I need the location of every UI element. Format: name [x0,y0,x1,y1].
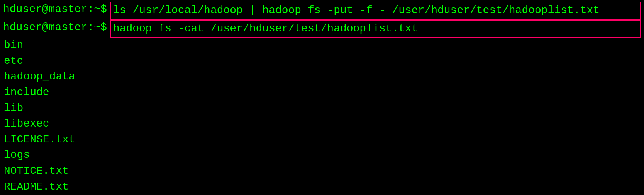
output-line: hadoop_data [3,69,641,85]
command-line-2: hduser@master:~$ hadoop fs -cat /user/hd… [3,20,641,38]
output-line: lib [3,101,641,116]
terminal-window: hduser@master:~$ ls /usr/local/hadoop | … [0,0,644,195]
output-line: include [3,85,641,101]
command-1: ls /usr/local/hadoop | hadoop fs -put -f… [110,2,641,20]
output-line: bin [3,38,641,53]
output-line: logs [3,147,641,163]
prompt-1: hduser@master:~$ [3,2,107,17]
prompt-2: hduser@master:~$ [3,20,107,36]
output-line: NOTICE.txt [3,163,641,179]
output-line: libexec [3,116,641,132]
output-line: etc [3,53,641,69]
command-2: hadoop fs -cat /user/hduser/test/hadoopl… [110,20,641,38]
output-line: README.txt [3,179,641,195]
command-line-1: hduser@master:~$ ls /usr/local/hadoop | … [3,2,641,20]
output-container: binetchadoop_dataincludeliblibexecLICENS… [3,38,641,195]
output-line: LICENSE.txt [3,132,641,148]
